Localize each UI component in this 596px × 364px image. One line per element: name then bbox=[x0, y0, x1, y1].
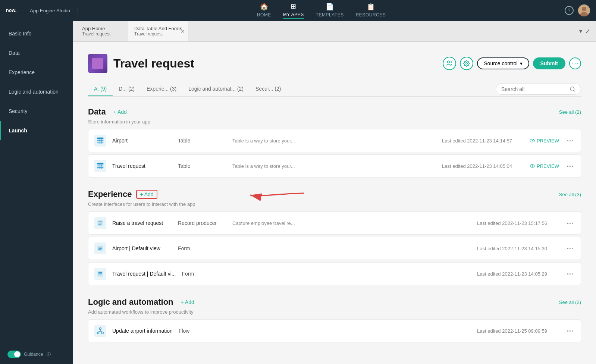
travel-request-more-button[interactable]: ⋯ bbox=[565, 162, 575, 170]
airport-more-button[interactable]: ⋯ bbox=[565, 136, 575, 145]
search-all-container[interactable] bbox=[496, 84, 581, 95]
svg-point-35 bbox=[100, 328, 101, 330]
table-row: Travel request Table Table is a way to s… bbox=[88, 154, 581, 178]
sidebar-item-data[interactable]: Data bbox=[0, 43, 73, 63]
source-control-dropdown-icon: ▾ bbox=[520, 60, 523, 66]
data-section-header: Data + Add See all (2) bbox=[88, 107, 581, 117]
tab-data-table-forms[interactable]: Data Table And Forms Travel request ✕ bbox=[128, 21, 188, 41]
arrow-annotation bbox=[248, 182, 316, 204]
svg-point-14 bbox=[532, 140, 533, 141]
sidebar-item-launch[interactable]: Launch bbox=[0, 121, 73, 140]
experience-section-title: Experience bbox=[88, 189, 132, 199]
nav-templates[interactable]: 📄 TEMPLATES bbox=[316, 3, 344, 18]
flow-icon bbox=[94, 325, 106, 337]
list-item: Travel request | Default vi... Form Last… bbox=[88, 262, 581, 285]
content-tab-security[interactable]: Secur... (2) bbox=[250, 82, 287, 96]
more-actions-button[interactable]: ⋯ bbox=[569, 57, 581, 69]
data-see-all-button[interactable]: See all (2) bbox=[559, 109, 581, 115]
data-section: Data + Add See all (2) Store information… bbox=[88, 107, 581, 178]
app-icon bbox=[88, 54, 107, 73]
travel-form-more-button[interactable]: ⋯ bbox=[565, 270, 575, 278]
tab-close-button[interactable]: ✕ bbox=[181, 28, 185, 34]
table-icon bbox=[94, 160, 106, 172]
sidebar-item-security[interactable]: Security bbox=[0, 101, 73, 121]
nav-home[interactable]: 🏠 HOME bbox=[257, 3, 271, 18]
experience-section-header: Experience + Add See all (3) bbox=[88, 189, 581, 199]
form-icon bbox=[94, 242, 106, 254]
nav-myapps[interactable]: ⊞ MY APPS bbox=[283, 2, 304, 19]
content-tab-experience[interactable]: Experie... (3) bbox=[141, 82, 182, 96]
sidebar-item-logic-automation[interactable]: Logic and automation bbox=[0, 82, 73, 101]
svg-line-39 bbox=[98, 331, 100, 332]
sidebar-item-basic-info[interactable]: Basic Info bbox=[0, 24, 73, 43]
user-avatar[interactable] bbox=[578, 4, 590, 16]
sidebar-footer: Guidance ⓘ bbox=[0, 345, 73, 364]
data-add-button[interactable]: + Add bbox=[110, 108, 130, 116]
svg-rect-16 bbox=[97, 163, 104, 164]
svg-point-36 bbox=[97, 332, 99, 334]
table-icon bbox=[94, 135, 106, 147]
templates-icon: 📄 bbox=[326, 3, 334, 11]
raise-travel-more-button[interactable]: ⋯ bbox=[565, 219, 575, 227]
experience-see-all-button[interactable]: See all (3) bbox=[559, 192, 581, 197]
app-title: Travel request bbox=[113, 57, 194, 70]
logic-section-subtitle: Add automated workflows to improve produ… bbox=[88, 309, 581, 315]
guidance-toggle[interactable] bbox=[7, 351, 21, 358]
content-area: Travel request bbox=[73, 42, 596, 364]
travel-request-preview-button[interactable]: PREVIEW bbox=[530, 163, 559, 169]
top-nav-right: ? bbox=[565, 4, 590, 16]
experience-section: Experience + Add See all (3) Create inte… bbox=[88, 189, 581, 285]
search-all-input[interactable] bbox=[501, 86, 567, 92]
content-tab-all[interactable]: A. (9) bbox=[88, 82, 113, 96]
table-row: Airport Table Table is a way to store yo… bbox=[88, 129, 581, 152]
svg-point-6 bbox=[570, 87, 574, 91]
svg-line-40 bbox=[100, 331, 103, 332]
form-icon bbox=[94, 268, 106, 280]
logic-section-title: Logic and automation bbox=[88, 297, 173, 307]
list-item: Update airport information Flow Last edi… bbox=[88, 319, 581, 342]
guidance-info-icon: ⓘ bbox=[47, 352, 51, 357]
users-button[interactable] bbox=[443, 57, 456, 70]
svg-text:now.: now. bbox=[6, 8, 16, 13]
experience-section-subtitle: Create interfaces for users to interact … bbox=[88, 201, 581, 207]
list-item: Raise a travel request Record producer C… bbox=[88, 211, 581, 235]
tabs-expand-button[interactable]: ⤢ bbox=[585, 28, 590, 35]
data-section-title: Data bbox=[88, 107, 106, 117]
sidebar-item-experience[interactable]: Experience bbox=[0, 63, 73, 82]
svg-point-21 bbox=[532, 166, 533, 166]
logic-add-button[interactable]: + Add bbox=[178, 298, 197, 306]
app-header-actions: Source control ▾ Submit ⋯ bbox=[443, 57, 581, 70]
content-tab-data[interactable]: D... (2) bbox=[113, 82, 141, 96]
help-button[interactable]: ? bbox=[565, 6, 574, 15]
app-logo[interactable]: now. | App Engine Studio bbox=[6, 7, 78, 14]
myapps-icon: ⊞ bbox=[291, 2, 297, 10]
app-header: Travel request bbox=[88, 54, 581, 73]
svg-point-2 bbox=[582, 7, 586, 11]
logic-see-all-button[interactable]: See all (2) bbox=[559, 299, 581, 305]
svg-point-37 bbox=[101, 332, 103, 334]
search-icon bbox=[570, 86, 575, 92]
nav-resources[interactable]: 📋 RESOURCES bbox=[356, 3, 386, 18]
logic-section-header: Logic and automation + Add See all (2) bbox=[88, 297, 581, 307]
preview-icon bbox=[530, 138, 535, 143]
content-tabs: A. (9) D... (2) Experie... (3) Logic and… bbox=[88, 82, 581, 97]
source-control-button[interactable]: Source control ▾ bbox=[477, 57, 529, 69]
svg-point-4 bbox=[448, 61, 450, 63]
sidebar: Basic Info Data Experience Logic and aut… bbox=[0, 21, 73, 364]
content-tab-logic[interactable]: Logic and automat... (2) bbox=[182, 82, 250, 96]
airport-form-more-button[interactable]: ⋯ bbox=[565, 244, 575, 252]
airport-preview-button[interactable]: PREVIEW bbox=[530, 138, 559, 144]
experience-add-button[interactable]: + Add bbox=[136, 190, 157, 199]
submit-button[interactable]: Submit bbox=[533, 57, 565, 69]
update-airport-more-button[interactable]: ⋯ bbox=[565, 327, 575, 335]
record-producer-icon bbox=[94, 217, 106, 229]
svg-rect-9 bbox=[97, 138, 104, 139]
tab-app-home[interactable]: App Home Travel request bbox=[76, 21, 128, 41]
tabs-bar: App Home Travel request Data Table And F… bbox=[73, 21, 596, 42]
data-section-subtitle: Store information in your app bbox=[88, 119, 581, 125]
tabs-bar-right: ▾ ⤢ bbox=[579, 21, 593, 41]
settings-button[interactable] bbox=[460, 57, 473, 70]
svg-point-5 bbox=[466, 63, 468, 65]
logic-section: Logic and automation + Add See all (2) A… bbox=[88, 297, 581, 342]
tabs-dropdown-button[interactable]: ▾ bbox=[579, 28, 582, 35]
